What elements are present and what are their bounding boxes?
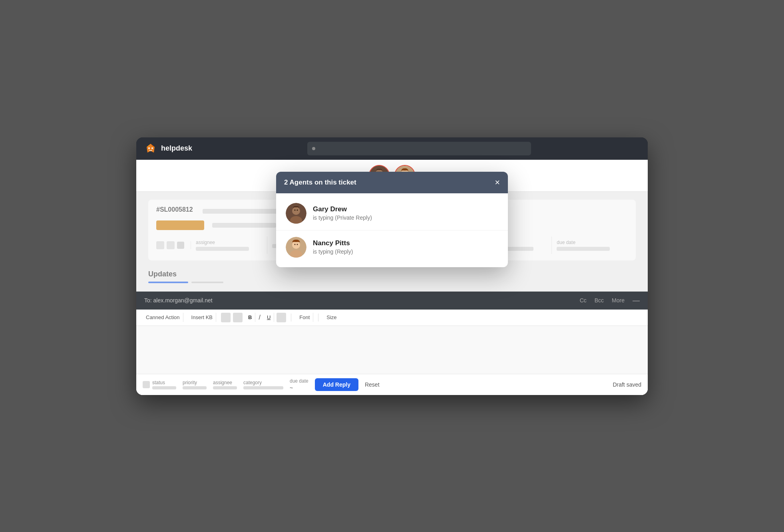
font-button[interactable]: Font <box>296 313 313 322</box>
main-content: #SL0005812 assignee <box>136 160 648 395</box>
svg-point-14 <box>290 216 302 224</box>
updates-title: Updates <box>148 270 636 278</box>
format-tools: B / U <box>221 313 286 322</box>
modal-close-button[interactable]: × <box>495 178 500 187</box>
top-bar: helpdesk <box>136 137 648 160</box>
svg-point-0 <box>148 147 150 149</box>
modal-header: 2 Agents on this ticket × <box>276 172 508 193</box>
ticket-tag <box>156 220 204 230</box>
cc-button[interactable]: Cc <box>580 297 587 304</box>
search-bar[interactable] <box>307 142 531 155</box>
modal-title: 2 Agents on this ticket <box>284 179 356 187</box>
italic-separator: / <box>258 314 261 321</box>
canned-action-button[interactable]: Canned Action <box>143 313 183 322</box>
agent-name-nancy: Nancy Pitts <box>313 239 353 247</box>
tab-active[interactable] <box>148 282 188 283</box>
svg-point-19 <box>290 250 302 258</box>
search-icon <box>312 147 315 150</box>
ticket-id: #SL0005812 <box>156 206 193 213</box>
ticket-id-bar <box>203 209 283 214</box>
avatar-gary-modal <box>286 203 306 224</box>
size-button[interactable]: Size <box>323 313 340 322</box>
agent-name-gary: Gary Drew <box>313 205 372 213</box>
category-footer-field: category <box>243 380 283 389</box>
underline-button[interactable]: U <box>264 313 274 322</box>
format-box-1 <box>221 313 231 322</box>
svg-point-13 <box>292 207 300 215</box>
agent-info-gary: Gary Drew is typing (Private Reply) <box>313 205 372 221</box>
due-date-footer-field: due date ~ <box>290 378 308 391</box>
agent-row-gary: Gary Drew is typing (Private Reply) <box>276 197 508 230</box>
reply-to-actions: Cc Bcc More — <box>580 296 640 305</box>
reply-toolbar: Canned Action Insert KB B / U Font Size <box>136 310 648 326</box>
due-date-field: due date <box>552 236 628 254</box>
priority-footer-field: priority <box>183 380 207 389</box>
svg-point-16 <box>297 209 298 210</box>
agents-modal: 2 Agents on this ticket × <box>276 172 508 267</box>
tab-inactive[interactable] <box>191 282 223 283</box>
reply-to-text: To: alex.morgan@gmail.net <box>144 297 213 304</box>
agent-info-nancy: Nancy Pitts is typing (Reply) <box>313 239 353 255</box>
helpdesk-logo-icon <box>144 142 157 155</box>
format-box-3 <box>277 313 286 322</box>
footer-checkbox[interactable] <box>143 381 150 388</box>
format-box-2 <box>233 313 243 322</box>
toolbar-divider <box>291 314 291 322</box>
agent-row-nancy: Nancy Pitts is typing (Reply) <box>276 230 508 264</box>
updates-tabs <box>148 282 636 283</box>
agent-status-nancy: is typing (Reply) <box>313 248 353 255</box>
toolbar-divider-2 <box>318 314 318 322</box>
assignee-field: assignee <box>191 236 267 254</box>
svg-point-20 <box>294 244 296 245</box>
star-icon-1 <box>156 241 164 249</box>
updates-section: Updates <box>148 267 636 283</box>
reply-footer: status priority assignee category <box>136 374 648 395</box>
logo-area: helpdesk <box>144 142 192 155</box>
insert-kb-button[interactable]: Insert KB <box>188 313 216 322</box>
bold-button[interactable]: B <box>245 313 255 322</box>
add-reply-button[interactable]: Add Reply <box>315 378 358 391</box>
app-title: helpdesk <box>161 144 192 153</box>
svg-point-21 <box>297 244 298 245</box>
reset-button[interactable]: Reset <box>365 381 380 388</box>
svg-point-15 <box>294 209 296 210</box>
more-button[interactable]: More <box>612 297 625 304</box>
minimize-button[interactable]: — <box>633 296 640 305</box>
checkbox <box>177 242 184 249</box>
svg-point-1 <box>151 147 153 149</box>
assignee-footer-field: assignee <box>213 380 237 389</box>
agent-status-gary: is typing (Private Reply) <box>313 214 372 221</box>
browser-window: helpdesk <box>136 137 648 395</box>
modal-body: Gary Drew is typing (Private Reply) <box>276 193 508 267</box>
bcc-button[interactable]: Bcc <box>595 297 604 304</box>
reply-to-bar: To: alex.morgan@gmail.net Cc Bcc More — <box>136 292 648 310</box>
ticket-tag-bar <box>212 223 276 228</box>
star-icon-2 <box>167 241 175 249</box>
reply-area: To: alex.morgan@gmail.net Cc Bcc More — … <box>136 291 648 395</box>
status-footer-field: status <box>152 380 176 389</box>
avatar-nancy-modal <box>286 237 306 258</box>
draft-saved-text: Draft saved <box>613 381 641 388</box>
reply-body[interactable] <box>136 326 648 374</box>
